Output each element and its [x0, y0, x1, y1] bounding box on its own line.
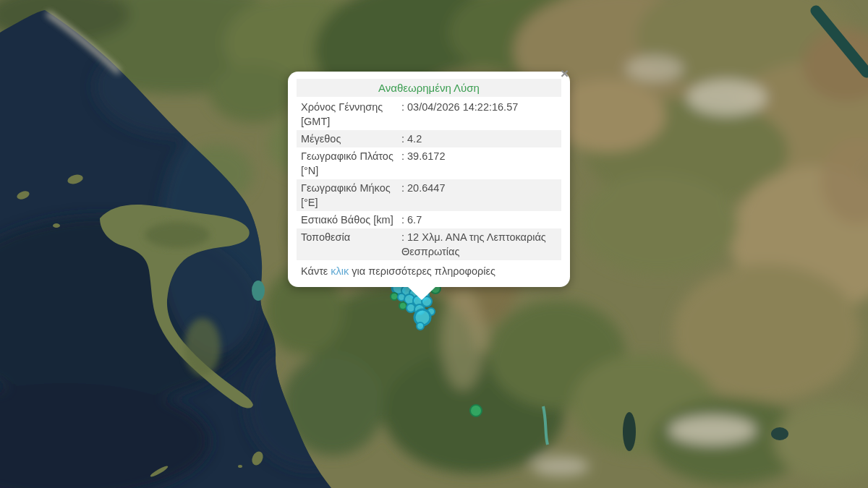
location-label: Τοποθεσία	[301, 230, 401, 259]
location-value: : 12 Χλμ. ΑΝΑ της Λεπτοκαριάς Θεσπρωτίας	[401, 230, 557, 259]
earthquake-marker[interactable]	[399, 302, 407, 309]
row-origin-time: Χρόνος Γέννησης [GMT] : 03/04/2026 14:22…	[297, 98, 561, 130]
earthquake-marker[interactable]	[391, 293, 398, 300]
row-latitude: Γεωγραφικό Πλάτος [°N] : 39.6172	[297, 147, 561, 179]
longitude-value: : 20.6447	[401, 181, 557, 210]
origin-time-value: : 03/04/2026 14:22:16.57	[401, 100, 557, 129]
map-app: × Αναθεωρημένη Λύση Χρόνος Γέννησης [GMT…	[0, 0, 868, 488]
magnitude-label: Μέγεθος	[301, 132, 401, 146]
earthquake-marker[interactable]	[470, 405, 482, 416]
lake-narrow	[623, 412, 636, 451]
latitude-value: : 39.6172	[401, 149, 557, 178]
origin-time-label: Χρόνος Γέννησης [GMT]	[301, 100, 401, 129]
row-magnitude: Μέγεθος : 4.2	[297, 130, 561, 147]
depth-label: Εστιακό Βάθος [km]	[301, 213, 401, 227]
earthquake-popup: × Αναθεωρημένη Λύση Χρόνος Γέννησης [GMT…	[288, 72, 570, 287]
row-location: Τοποθεσία : 12 Χλμ. ΑΝΑ της Λεπτοκαριάς …	[297, 228, 561, 260]
row-longitude: Γεωγραφικό Μήκος [°E] : 20.6447	[297, 179, 561, 211]
more-info-link[interactable]: κλικ	[331, 265, 349, 277]
popup-title: Αναθεωρημένη Λύση	[297, 79, 561, 97]
row-depth: Εστιακό Βάθος [km] : 6.7	[297, 211, 561, 228]
earthquake-marker[interactable]	[407, 304, 415, 312]
latitude-label: Γεωγραφικό Πλάτος [°N]	[301, 149, 401, 178]
close-icon[interactable]: ×	[559, 65, 570, 82]
earthquake-marker[interactable]	[417, 322, 424, 330]
lake-small	[771, 427, 788, 440]
footer-pre: Κάντε	[301, 265, 331, 277]
depth-value: : 6.7	[401, 213, 557, 227]
footer-post: για περισσότερες πληροφορίες	[349, 265, 495, 277]
longitude-label: Γεωγραφικό Μήκος [°E]	[301, 181, 401, 210]
coastal-lagoon	[252, 281, 265, 301]
magnitude-value: : 4.2	[401, 132, 557, 146]
popup-arrow	[407, 286, 436, 300]
more-info-text: Κάντε κλικ για περισσότερες πληροφορίες	[297, 260, 561, 280]
